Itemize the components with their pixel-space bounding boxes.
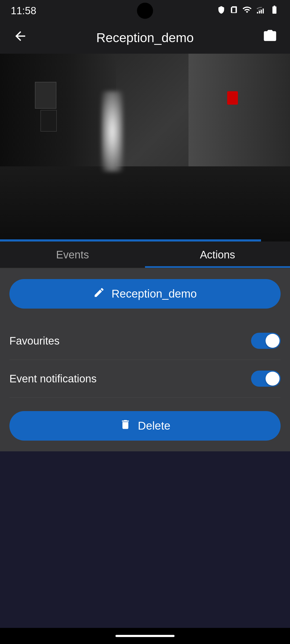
svg-rect-0 [257,12,258,14]
camera-notch [137,3,153,19]
tab-actions[interactable]: Actions [145,241,290,268]
floor [0,166,290,241]
favourites-toggle[interactable] [251,333,281,349]
camera-progress-bar [0,239,261,241]
corridor-scene [0,54,290,241]
back-button[interactable] [11,28,30,47]
control-panel [41,110,57,131]
signal-icon [256,5,265,16]
shield-icon [217,5,226,16]
camera-icon [263,29,277,46]
status-icons [217,5,279,17]
svg-rect-2 [261,10,262,13]
svg-rect-3 [263,9,264,13]
camera-feed-background [0,54,290,241]
event-notifications-label: Event notifications [9,373,97,385]
sim-icon [230,6,238,16]
camera-snapshot-button[interactable] [260,28,279,47]
alarm-box [227,91,238,105]
pencil-icon [93,287,105,301]
bottom-nav [0,628,290,644]
edit-camera-label: Reception_demo [111,287,197,300]
status-time: 11:58 [11,5,36,17]
nav-indicator [115,635,175,637]
delete-camera-label: Delete [138,419,170,432]
event-notifications-toggle-thumb [266,372,280,386]
edit-camera-button[interactable]: Reception_demo [9,279,281,309]
wifi-icon [242,5,252,17]
app-bar-title: Reception_demo [96,30,194,45]
event-notifications-row: Event notifications [9,360,281,398]
favourites-toggle-thumb [266,334,280,348]
bright-light [102,91,123,172]
event-notifications-toggle[interactable] [251,371,281,387]
camera-notch-container [137,3,153,19]
delete-camera-button[interactable]: Delete [9,411,281,441]
status-bar: 11:58 [0,0,290,21]
content-area: Reception_demo Favourites Event notifica… [0,268,290,451]
tab-events[interactable]: Events [0,241,145,268]
app-bar: Reception_demo [0,21,290,54]
battery-icon [270,5,279,17]
favourites-row: Favourites [9,322,281,360]
svg-rect-1 [259,11,260,13]
tabs-container: Events Actions [0,241,290,268]
trash-icon [119,419,131,433]
camera-feed [0,54,290,241]
tab-actions-label: Actions [200,249,235,261]
wall-panel [35,82,56,109]
back-arrow-icon [13,29,28,47]
tab-events-label: Events [56,249,89,261]
favourites-label: Favourites [9,335,60,347]
